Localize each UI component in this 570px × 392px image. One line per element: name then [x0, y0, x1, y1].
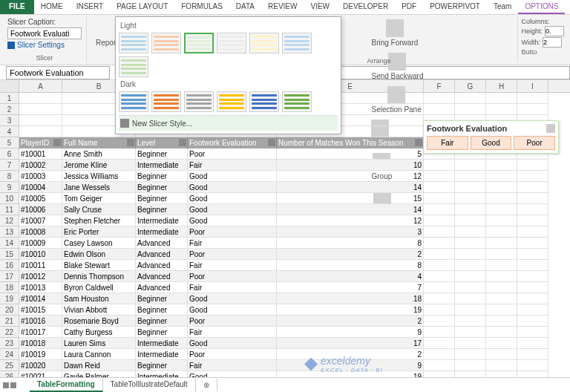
cell[interactable]: #10006 [19, 204, 62, 215]
cell[interactable] [455, 182, 486, 193]
cell[interactable]: Advanced [136, 238, 188, 249]
cell[interactable] [424, 260, 455, 271]
cell[interactable]: #10019 [19, 349, 62, 360]
row-header[interactable]: 3 [0, 115, 19, 126]
style-thumb[interactable] [151, 33, 181, 53]
style-thumb[interactable] [184, 91, 214, 112]
cell[interactable] [424, 304, 455, 316]
cell[interactable]: Jessica Williams [62, 171, 136, 182]
cell[interactable] [517, 204, 548, 215]
cell[interactable]: Dawn Reid [62, 360, 136, 371]
cell[interactable]: Advanced [136, 249, 188, 260]
cell[interactable] [517, 327, 548, 338]
cell[interactable] [424, 204, 455, 215]
cell[interactable]: Good [188, 204, 277, 215]
row-header[interactable]: 19 [0, 293, 19, 304]
new-slicer-style-item[interactable]: New Slicer Style... [119, 115, 338, 131]
table-header[interactable]: Footwork Evaluation [188, 137, 277, 148]
cell[interactable]: Good [188, 171, 277, 182]
cell[interactable] [517, 304, 548, 316]
cell[interactable] [517, 316, 548, 327]
cell[interactable] [455, 215, 486, 226]
cell[interactable]: #10002 [19, 160, 62, 171]
row-header[interactable]: 18 [0, 282, 19, 293]
cell[interactable] [517, 360, 548, 371]
cell[interactable] [455, 349, 486, 360]
cell[interactable]: 12 [277, 171, 424, 182]
table-header[interactable]: Full Name [62, 137, 136, 148]
cell[interactable]: Vivian Abbott [62, 304, 136, 316]
slicer-item[interactable]: Poor [514, 136, 555, 150]
cell[interactable]: Advanced [136, 260, 188, 271]
cell[interactable]: Advanced [136, 271, 188, 282]
row-header[interactable]: 24 [0, 349, 19, 360]
cell[interactable]: #10016 [19, 316, 62, 327]
row-header[interactable]: 15 [0, 249, 19, 260]
sheet-tab[interactable]: TableToIllustrateDefault [103, 378, 196, 392]
slicer-settings-link[interactable]: Slicer Settings [7, 41, 65, 49]
cell[interactable]: Beginner [136, 171, 188, 182]
cell[interactable] [455, 226, 486, 238]
cell[interactable] [455, 171, 486, 182]
cell[interactable] [517, 349, 548, 360]
cell[interactable] [424, 104, 455, 115]
cell[interactable]: #10014 [19, 293, 62, 304]
cell[interactable] [486, 215, 517, 226]
cell[interactable] [517, 93, 548, 104]
row-header[interactable]: 17 [0, 271, 19, 282]
cell[interactable]: 19 [277, 304, 424, 316]
cell[interactable] [517, 282, 548, 293]
cell[interactable] [486, 160, 517, 171]
cell[interactable]: 8 [277, 260, 424, 271]
clear-filter-icon[interactable] [546, 124, 555, 133]
cell[interactable] [455, 238, 486, 249]
cell[interactable]: Beginner [136, 204, 188, 215]
cell[interactable]: 12 [277, 215, 424, 226]
cell[interactable]: Poor [188, 316, 277, 327]
cell[interactable] [424, 171, 455, 182]
cell[interactable]: Blake Stewart [62, 260, 136, 271]
ribbon-tab-formulas[interactable]: FORMULAS [174, 0, 229, 14]
cell[interactable] [486, 293, 517, 304]
cell[interactable]: 14 [277, 182, 424, 193]
height-input[interactable] [545, 26, 564, 36]
style-thumb[interactable] [119, 33, 148, 53]
cell[interactable]: Beginner [136, 316, 188, 327]
cell[interactable] [19, 115, 62, 126]
cell[interactable] [517, 193, 548, 204]
cell[interactable] [455, 360, 486, 371]
cell[interactable] [486, 282, 517, 293]
row-header[interactable]: 23 [0, 338, 19, 349]
cell[interactable] [517, 271, 548, 282]
cell[interactable] [424, 360, 455, 371]
row-header[interactable]: 5 [0, 137, 19, 148]
cell[interactable] [455, 249, 486, 260]
col-header-I[interactable]: I [517, 80, 548, 92]
cell[interactable] [455, 204, 486, 215]
style-thumb[interactable] [119, 91, 148, 112]
style-thumb[interactable] [282, 33, 312, 53]
filter-dropdown-icon[interactable] [53, 139, 61, 146]
ribbon-tab-insert[interactable]: INSERT [70, 0, 111, 14]
sheet-tab[interactable]: TableFormatting [30, 378, 103, 392]
row-header[interactable]: 12 [0, 215, 19, 226]
cell[interactable]: Intermediate [136, 215, 188, 226]
ribbon-tab-home[interactable]: HOME [34, 0, 70, 14]
cell[interactable]: Lauren Sims [62, 338, 136, 349]
cell[interactable] [424, 349, 455, 360]
cell[interactable] [486, 349, 517, 360]
cell[interactable]: 2 [277, 316, 424, 327]
cell[interactable] [517, 104, 548, 115]
style-thumb[interactable] [151, 91, 181, 112]
cell[interactable] [455, 282, 486, 293]
row-header[interactable]: 11 [0, 204, 19, 215]
row-header[interactable]: 6 [0, 148, 19, 160]
slicer-item[interactable]: Fair [427, 136, 468, 150]
cell[interactable]: Beginner [136, 193, 188, 204]
ribbon-tab-powerpivot[interactable]: POWERPIVOT [423, 0, 487, 14]
cell[interactable] [486, 238, 517, 249]
ribbon-tab-data[interactable]: DATA [229, 0, 261, 14]
cell[interactable] [455, 304, 486, 316]
cell[interactable]: Beginner [136, 304, 188, 316]
cell[interactable]: #10008 [19, 226, 62, 238]
